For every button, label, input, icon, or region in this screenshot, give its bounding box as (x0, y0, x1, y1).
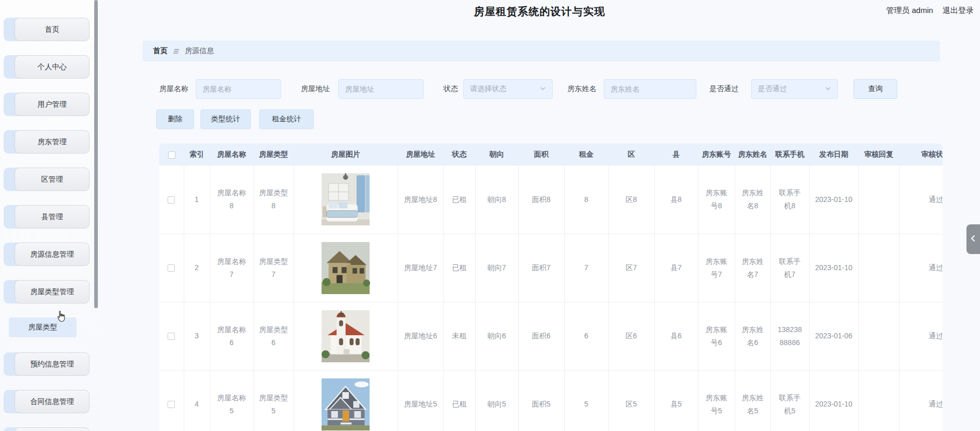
column-header-10: 县 (654, 144, 698, 166)
sidebar-item-3[interactable]: 房东管理 (0, 130, 99, 154)
house-photo-cell (294, 302, 398, 370)
cell-area: 面积6 (518, 302, 564, 370)
delete-button[interactable]: 删除 (156, 109, 194, 129)
cell-orientation: 朝向6 (475, 302, 518, 370)
sidebar-item-10[interactable]: 合同信息管理 (0, 390, 99, 413)
cell-district: 区7 (608, 234, 654, 302)
row-checkbox[interactable] (168, 264, 175, 272)
sidebar-item-0[interactable]: 首页 (0, 18, 99, 41)
column-header-6: 朝向 (475, 144, 518, 166)
sidebar-item-5[interactable]: 县管理 (0, 205, 99, 229)
sidebar-item-button[interactable]: 房屋类型管理 (15, 280, 90, 303)
column-header-4: 房屋地址 (398, 144, 443, 166)
cell-name: 房屋名称7 (210, 234, 253, 302)
cell-status: 未租 (443, 302, 475, 370)
sidebar-item-4[interactable]: 区管理 (0, 168, 99, 191)
sidebar-item-9[interactable]: 预约信息管理 (0, 352, 99, 376)
filter-label-house-address: 房屋地址 (301, 84, 331, 94)
sidebar-item-11[interactable]: 在线咨询管理 (0, 427, 99, 431)
sidebar-subitem-active[interactable]: 房屋类型 (9, 318, 77, 337)
cell-phone: 联系手机7 (770, 234, 809, 302)
cell-area: 面积8 (518, 166, 564, 234)
row-checkbox[interactable] (168, 401, 175, 408)
house-photo-cell (294, 234, 398, 302)
cell-landlord_name: 房东姓名7 (735, 234, 770, 302)
cell-audit_reply (858, 370, 899, 431)
chevron-down-icon (540, 85, 546, 93)
sidebar-item-1[interactable]: 个人中心 (0, 55, 99, 79)
table-row: 2房屋名称7房屋类型7房屋地址7已租朝向7面积77区7县7房东账号7房东姓名7联… (159, 234, 943, 302)
row-checkbox[interactable] (168, 333, 175, 340)
sidebar-item-button[interactable]: 合同信息管理 (15, 390, 90, 413)
sidebar-item-button[interactable]: 预约信息管理 (15, 352, 90, 376)
cell-orientation: 朝向5 (475, 370, 518, 431)
cell-district: 区5 (608, 370, 654, 431)
column-header-11: 房东账号 (698, 144, 735, 166)
cell-audit_reply (858, 234, 899, 302)
sidebar-scrollbar[interactable] (94, 0, 98, 308)
cell-audit_status: 通过 (899, 302, 943, 370)
cell-name: 房屋名称6 (210, 302, 253, 370)
sidebar-item-button[interactable]: 用户管理 (15, 93, 90, 116)
house-photo[interactable] (321, 310, 371, 362)
sidebar-item-label: 县管理 (41, 212, 63, 222)
column-header-13: 联系手机 (770, 144, 809, 166)
cell-county: 县8 (654, 166, 698, 234)
cell-rent: 6 (564, 302, 608, 370)
column-header-3: 房屋图片 (294, 144, 398, 166)
sidebar-item-button[interactable]: 个人中心 (15, 55, 90, 79)
cell-landlord_name: 房东姓名8 (735, 166, 770, 234)
sidebar-item-7[interactable]: 房屋类型管理 (0, 280, 99, 303)
cell-audit_reply (858, 166, 899, 234)
type-stats-button[interactable]: 类型统计 (200, 109, 251, 129)
house-address-input[interactable] (338, 79, 424, 99)
logout-link[interactable]: 退出登录 (943, 6, 974, 15)
breadcrumb-separator-icon (172, 48, 180, 55)
sidebar-item-2[interactable]: 用户管理 (0, 93, 99, 116)
search-button[interactable]: 查询 (854, 79, 897, 99)
cell-publish_date: 2023-01-06 (809, 302, 858, 370)
cell-status: 已租 (443, 370, 475, 431)
cell-area: 面积7 (518, 234, 564, 302)
approved-select[interactable]: 是否通过 (751, 79, 838, 99)
select-all-checkbox[interactable] (168, 151, 175, 159)
house-photo[interactable] (321, 378, 371, 430)
cell-address: 房屋地址7 (398, 234, 443, 302)
column-header-14: 发布日期 (809, 144, 858, 166)
sidebar-item-label: 房源信息管理 (30, 250, 74, 259)
main-content: 房屋租赁系统的设计与实现 管理员 admin 退出登录 首页 房源信息 房屋名称… (99, 0, 980, 431)
column-header-8: 租金 (564, 144, 608, 166)
sidebar-item-button[interactable]: 区管理 (15, 168, 90, 191)
status-select[interactable]: 请选择状态 (463, 79, 553, 99)
sidebar-item-label: 房东管理 (37, 137, 67, 147)
sidebar-item-button[interactable]: 首页 (15, 18, 90, 41)
column-header-7: 面积 (518, 144, 564, 166)
sidebar-item-button[interactable]: 在线咨询管理 (15, 427, 90, 431)
row-checkbox[interactable] (168, 196, 175, 204)
cell-status: 已租 (443, 166, 475, 234)
cell-county: 县5 (654, 370, 698, 431)
house-photo[interactable] (321, 242, 371, 294)
house-photo-cell (294, 370, 398, 431)
cell-index: 4 (184, 370, 210, 431)
cell-audit_status: 通过 (899, 166, 943, 234)
house-photo-cell (294, 166, 398, 234)
panel-collapse-handle[interactable] (966, 224, 980, 254)
cell-audit_reply (858, 302, 899, 370)
landlord-name-input[interactable] (604, 79, 696, 99)
sidebar-item-button[interactable]: 房源信息管理 (15, 243, 90, 266)
cell-rent: 8 (564, 166, 608, 234)
cell-landlord_account: 房东账号8 (698, 166, 735, 234)
breadcrumb-home[interactable]: 首页 (153, 46, 168, 56)
sidebar-subitem-label: 房屋类型 (28, 323, 57, 332)
sidebar-item-6[interactable]: 房源信息管理 (0, 243, 99, 266)
filter-label-approved: 是否通过 (709, 84, 740, 94)
cell-type: 房屋类型7 (253, 234, 294, 302)
actions-bar: 删除 类型统计 租金统计 (156, 109, 314, 129)
cell-publish_date: 2023-01-10 (809, 370, 858, 431)
house-photo[interactable] (321, 173, 371, 225)
sidebar-item-button[interactable]: 房东管理 (15, 130, 90, 154)
house-name-input[interactable] (196, 79, 281, 99)
rent-stats-button[interactable]: 租金统计 (259, 109, 314, 129)
sidebar-item-button[interactable]: 县管理 (15, 205, 90, 229)
